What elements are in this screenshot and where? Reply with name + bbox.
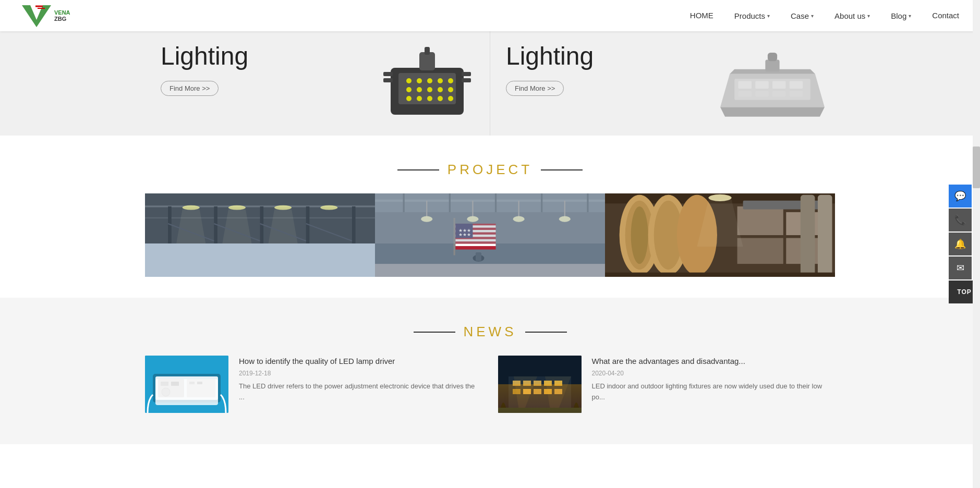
news-card-1: How to identify the quality of LED lamp …: [145, 356, 482, 413]
news-title-2[interactable]: What are the advantages and disadvantag.…: [592, 356, 836, 367]
case-caret: ▾: [811, 13, 814, 19]
svg-rect-127: [523, 389, 531, 394]
logo-vena: VENA: [54, 9, 70, 16]
svg-rect-130: [554, 389, 562, 394]
chat-icon: 💬: [954, 190, 966, 202]
svg-point-10: [406, 87, 412, 92]
svg-marker-132: [545, 376, 571, 410]
nav-case[interactable]: Case ▾: [791, 11, 814, 20]
scrollbar-thumb[interactable]: [973, 147, 980, 188]
blog-caret: ▾: [909, 13, 911, 19]
svg-rect-31: [772, 81, 785, 89]
svg-rect-63: [375, 193, 605, 212]
svg-point-73: [467, 216, 478, 222]
news-cards-row: How to identify the quality of LED lamp …: [145, 356, 835, 413]
news-title-text: NEWS: [464, 324, 517, 340]
svg-point-95: [631, 206, 648, 264]
project-title-text: PROJECT: [447, 162, 533, 178]
svg-rect-89: [476, 252, 481, 261]
nav-products[interactable]: Products ▾: [734, 11, 770, 20]
svg-rect-79: [455, 225, 495, 227]
phone-widget-button[interactable]: 📞: [949, 209, 972, 231]
svg-point-15: [406, 96, 412, 101]
svg-rect-37: [765, 60, 779, 72]
svg-rect-34: [755, 91, 768, 97]
svg-rect-36: [790, 91, 803, 97]
svg-point-9: [448, 78, 453, 83]
logo-zbg: ZBG: [54, 16, 70, 22]
product-card-flood: Lighting Find More >>: [145, 31, 490, 136]
flood-light-image: [375, 42, 479, 130]
flood-find-more-button[interactable]: Find More >>: [161, 81, 219, 96]
svg-rect-90: [375, 264, 605, 277]
svg-rect-25: [462, 78, 471, 82]
svg-point-77: [559, 216, 571, 222]
svg-rect-129: [544, 389, 552, 394]
nav-blog[interactable]: Blog ▾: [891, 11, 911, 20]
svg-rect-21: [425, 47, 430, 55]
svg-rect-29: [739, 81, 752, 89]
chat-widget-button[interactable]: 💬: [949, 185, 972, 208]
svg-rect-33: [739, 91, 752, 97]
svg-rect-35: [772, 91, 785, 97]
svg-point-14: [448, 87, 453, 92]
street-light-image: [720, 42, 825, 130]
navbar: VENA ZBG HOME Products ▾ Case ▾ About us…: [0, 0, 980, 31]
logo[interactable]: VENA ZBG: [21, 3, 70, 28]
svg-rect-133: [498, 408, 582, 413]
svg-rect-81: [455, 235, 495, 237]
bell-widget-button[interactable]: 🔔: [949, 233, 972, 255]
scrollbar-track[interactable]: [973, 0, 980, 444]
mail-widget-button[interactable]: ✉: [949, 257, 972, 279]
svg-point-18: [438, 96, 443, 101]
news-content-2: What are the advantages and disadvantag.…: [592, 356, 836, 403]
nav-about[interactable]: About us ▾: [834, 11, 870, 20]
svg-rect-48: [145, 258, 375, 277]
bell-icon: 🔔: [954, 238, 966, 250]
svg-point-12: [427, 87, 432, 92]
svg-point-5: [406, 78, 412, 83]
project-image-1: [145, 193, 375, 277]
product-card-street: Lighting Find More >>: [490, 31, 835, 136]
svg-rect-80: [455, 230, 495, 232]
project-section-title: PROJECT: [0, 162, 980, 178]
svg-point-11: [417, 87, 422, 92]
svg-point-13: [438, 87, 443, 92]
svg-rect-43: [168, 206, 172, 277]
svg-rect-60: [167, 247, 173, 259]
project-images-row: ★★★ ★★★: [0, 193, 980, 277]
street-lighting-title: Lighting: [506, 42, 594, 70]
news-section: NEWS: [0, 298, 980, 444]
title-line-right: [541, 169, 583, 170]
svg-rect-45: [260, 206, 264, 277]
svg-rect-20: [419, 52, 435, 70]
svg-point-71: [421, 216, 432, 222]
project-section: PROJECT: [0, 136, 980, 298]
svg-point-52: [320, 205, 337, 210]
svg-rect-46: [306, 206, 310, 277]
svg-rect-99: [737, 206, 783, 235]
svg-rect-112: [158, 379, 184, 397]
news-card-2: What are the advantages and disadvantag.…: [498, 356, 836, 413]
svg-point-8: [438, 78, 443, 83]
svg-rect-47: [352, 206, 356, 277]
nav-menu: HOME Products ▾ Case ▾ About us ▾ Blog ▾: [690, 11, 959, 20]
nav-home[interactable]: HOME: [690, 11, 713, 20]
svg-marker-39: [720, 107, 825, 116]
about-caret: ▾: [867, 13, 870, 19]
svg-point-7: [427, 78, 432, 83]
svg-rect-83: [455, 244, 495, 246]
svg-rect-24: [462, 72, 471, 76]
project-image-2: ★★★ ★★★: [375, 193, 605, 277]
svg-rect-128: [534, 389, 541, 394]
nav-contact[interactable]: Contact: [932, 11, 959, 20]
street-find-more-button[interactable]: Find More >>: [506, 81, 564, 96]
svg-point-6: [417, 78, 422, 83]
svg-rect-108: [605, 273, 835, 277]
svg-point-51: [274, 205, 292, 210]
news-title-1[interactable]: How to identify the quality of LED lamp …: [239, 356, 482, 367]
svg-rect-100: [737, 238, 783, 264]
flood-lighting-title: Lighting: [161, 42, 248, 70]
svg-rect-111: [155, 376, 218, 400]
mail-icon: ✉: [957, 262, 964, 274]
